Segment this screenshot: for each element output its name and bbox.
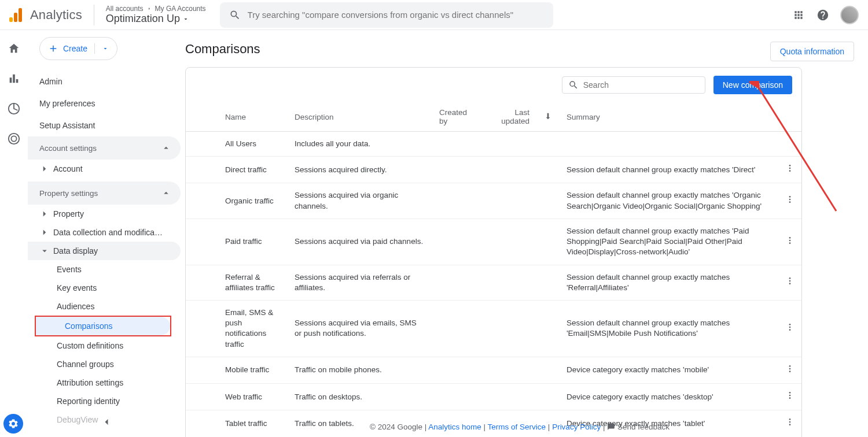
sidebar-item-account[interactable]: Account	[28, 160, 181, 178]
sidebar-item-audiences[interactable]: Audiences	[28, 297, 181, 316]
svg-point-11	[789, 283, 791, 284]
home-icon[interactable]	[7, 42, 21, 55]
table-row[interactable]: Organic trafficSessions acquired via org…	[186, 183, 801, 218]
svg-point-2	[789, 171, 791, 172]
new-comparison-button[interactable]: New comparison	[713, 76, 792, 94]
cell-last-updated	[484, 384, 536, 410]
sidebar-item-attribution-settings[interactable]: Attribution settings	[28, 373, 181, 392]
breadcrumb-account: My GA Accounts	[155, 5, 206, 13]
svg-point-6	[789, 237, 791, 239]
cell-last-updated	[484, 265, 536, 300]
sidebar-group-property-settings[interactable]: Property settings	[28, 182, 181, 205]
cell-created	[432, 300, 484, 357]
page-title: Comparisons	[185, 42, 260, 56]
analytics-logo	[9, 8, 23, 22]
advertising-icon[interactable]	[7, 132, 21, 146]
sidebar-item-data-collection[interactable]: Data collection and modifica…	[28, 223, 181, 242]
apps-icon[interactable]	[792, 8, 806, 22]
help-icon[interactable]	[816, 8, 830, 22]
sidebar-item-key-events[interactable]: Key events	[28, 279, 181, 297]
breadcrumb[interactable]: All accounts My GA Accounts Optimization…	[106, 5, 206, 25]
sort-desc-icon[interactable]	[536, 102, 560, 132]
col-description[interactable]: Description	[288, 102, 432, 132]
footer-feedback[interactable]: Send feedback	[617, 423, 670, 431]
create-button[interactable]: Create	[39, 37, 117, 60]
cell-description: Sessions acquired via referrals or affil…	[288, 265, 432, 300]
sidebar-item-data-display[interactable]: Data display	[28, 242, 181, 260]
sidebar-item-reporting-identity[interactable]: Reporting identity	[28, 392, 181, 410]
table-row[interactable]: Web trafficTraffic on desktops.Device ca…	[186, 384, 801, 410]
svg-point-8	[789, 242, 791, 244]
cell-created	[432, 157, 484, 183]
sidebar-item-events[interactable]: Events	[28, 260, 181, 279]
table-row[interactable]: All UsersIncludes all your data.	[186, 132, 801, 157]
sidebar-item-setup-assistant[interactable]: Setup Assistant	[39, 114, 185, 136]
chevron-down-icon	[102, 45, 109, 52]
breadcrumb-property: Optimization Up	[106, 13, 180, 25]
col-summary[interactable]: Summary	[560, 102, 778, 132]
sidebar-group-account-settings[interactable]: Account settings	[28, 136, 181, 160]
cell-description: Sessions acquired via paid channels.	[288, 218, 432, 265]
sidebar-item-custom-definitions[interactable]: Custom definitions	[28, 336, 181, 355]
col-last-updated[interactable]: Last updated	[484, 102, 536, 132]
more-vert-icon	[785, 323, 795, 332]
svg-point-9	[789, 277, 791, 279]
sidebar-item-channel-groups[interactable]: Channel groups	[28, 355, 181, 373]
table-row[interactable]: Direct trafficSessions acquired directly…	[186, 157, 801, 183]
cell-created	[432, 384, 484, 410]
table-row[interactable]: Email, SMS & push notifications trafficS…	[186, 300, 801, 357]
sidebar-item-comparisons[interactable]: Comparisons	[36, 317, 170, 335]
plus-icon	[48, 43, 58, 54]
table-row[interactable]: Paid trafficSessions acquired via paid c…	[186, 218, 801, 265]
footer-tos[interactable]: Terms of Service	[488, 423, 546, 431]
cell-summary: Device category exactly matches 'desktop…	[560, 384, 778, 410]
sidebar-item-property[interactable]: Property	[28, 205, 181, 223]
row-actions[interactable]	[778, 157, 801, 183]
chevron-down-icon	[182, 16, 189, 23]
table-row[interactable]: Referral & affiliates trafficSessions ac…	[186, 265, 801, 300]
sidebar-item-preferences[interactable]: My preferences	[39, 92, 185, 114]
annotation-highlight: Comparisons	[35, 316, 171, 336]
cell-name: Mobile traffic	[186, 357, 288, 383]
row-actions[interactable]	[778, 384, 801, 410]
footer-privacy[interactable]: Privacy Policy	[552, 423, 601, 431]
chevron-right-icon	[39, 227, 50, 238]
collapse-sidebar-button[interactable]	[100, 415, 113, 429]
more-vert-icon	[785, 236, 795, 245]
svg-point-12	[789, 324, 791, 325]
table-row[interactable]: Mobile trafficTraffic on mobile phones.D…	[186, 357, 801, 383]
row-actions[interactable]	[778, 300, 801, 357]
row-actions[interactable]	[778, 218, 801, 265]
row-actions[interactable]	[778, 183, 801, 218]
svg-point-13	[789, 326, 791, 328]
table-search[interactable]	[562, 76, 705, 94]
sidebar-item-admin[interactable]: Admin	[39, 71, 185, 92]
explore-icon[interactable]	[7, 102, 21, 116]
cell-name: Email, SMS & push notifications traffic	[186, 300, 288, 357]
cell-created	[432, 183, 484, 218]
footer-analytics-home[interactable]: Analytics home	[428, 423, 481, 431]
cell-created	[432, 357, 484, 383]
table-search-input[interactable]	[583, 80, 699, 90]
settings-fab[interactable]	[3, 414, 23, 434]
search-icon	[568, 80, 579, 90]
avatar[interactable]	[840, 6, 859, 24]
svg-point-7	[789, 239, 791, 241]
row-actions[interactable]	[778, 265, 801, 300]
cell-summary	[560, 132, 778, 157]
row-actions[interactable]	[778, 357, 801, 383]
breadcrumb-all: All accounts	[106, 5, 144, 13]
global-search[interactable]	[220, 2, 553, 28]
header: Analytics All accounts My GA Accounts Op…	[0, 0, 868, 30]
cell-description: Sessions acquired via emails, SMS or pus…	[288, 300, 432, 357]
cell-description: Includes all your data.	[288, 132, 432, 157]
more-vert-icon	[785, 391, 795, 400]
svg-point-15	[789, 365, 791, 367]
col-name[interactable]: Name	[186, 102, 288, 132]
svg-point-0	[789, 165, 791, 166]
reports-icon[interactable]	[7, 72, 21, 86]
quota-information-button[interactable]: Quota information	[770, 42, 854, 61]
global-search-input[interactable]	[248, 10, 544, 20]
search-icon	[229, 9, 241, 21]
col-created-by[interactable]: Created by	[432, 102, 484, 132]
